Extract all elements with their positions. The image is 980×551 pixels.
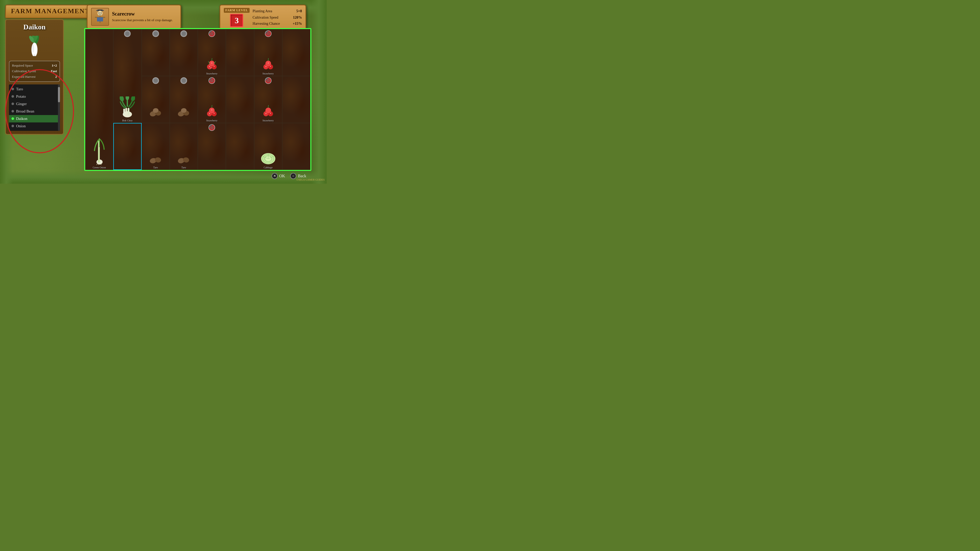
farm-cell-3-4[interactable]: Taro: [170, 123, 198, 170]
farm-cell-2-6[interactable]: [226, 76, 254, 123]
o-button-icon: ○: [290, 173, 296, 179]
timer-3-5: [208, 124, 215, 131]
watermark: ©SEGA GAMER GUIDES: [296, 178, 325, 181]
farm-stat-harvest-value: +15%: [293, 21, 302, 26]
back-label: Back: [298, 174, 306, 178]
dot-potato: [11, 95, 14, 98]
farm-level-panel: FARM LEVEL 3 Planting Area 5×8 Cultivati…: [220, 5, 306, 30]
svg-point-22: [120, 97, 124, 102]
farm-cell-2-7[interactable]: Strawberry: [254, 76, 282, 123]
farm-cell-1-7[interactable]: Strawberry: [254, 29, 282, 76]
green-onion-icon: [92, 137, 107, 165]
farm-grid-container: Green Onion Bok C: [84, 28, 311, 171]
farm-stat-planting-label: Planting Area: [253, 9, 272, 14]
svg-point-54: [270, 113, 271, 114]
svg-point-35: [266, 66, 266, 67]
strawberry-icon-2-7: [261, 104, 275, 118]
svg-point-49: [212, 110, 212, 110]
farm-cell-3-5[interactable]: [198, 123, 226, 170]
dot-daikon: [11, 118, 14, 120]
expected-harvest-label: Expected Harvest: [12, 75, 35, 79]
cabbage-label: Cabbage: [255, 166, 282, 169]
farm-cell-3-6[interactable]: [226, 123, 254, 170]
svg-point-52: [266, 108, 271, 113]
timer-1-2: [124, 30, 130, 37]
required-space-label: Required Space: [12, 63, 33, 68]
crop-list-item-daikon[interactable]: Daikon: [9, 115, 60, 122]
strawberry-label-2-5: Strawberry: [198, 119, 226, 122]
farm-cell-3-7[interactable]: Cabbage: [254, 123, 282, 170]
ok-label: OK: [279, 174, 285, 178]
farm-cell-1-3[interactable]: [142, 29, 170, 76]
crop-list-label-daikon: Daikon: [16, 117, 27, 121]
farm-title-text: FARM MANAGEMENT: [11, 7, 90, 15]
required-space-value: 1×2: [52, 63, 57, 68]
farm-cell-1-8[interactable]: [282, 29, 310, 76]
timer-1-5: [208, 30, 215, 37]
svg-point-12: [100, 13, 102, 14]
expected-harvest-value: 2: [56, 75, 57, 79]
crop-list[interactable]: Taro Potato Ginger Broad Bean Daikon Oni…: [9, 84, 60, 131]
svg-point-53: [266, 113, 266, 114]
farm-stat-cultivation-label: Cultivation Speed: [253, 15, 278, 20]
cabbage-icon: [260, 150, 277, 165]
svg-point-29: [211, 67, 212, 68]
scarecrow-panel: Scarecrow Scarecrow that prevents a bit …: [87, 5, 181, 29]
crop-list-item-ginger[interactable]: Ginger: [9, 100, 60, 108]
cultivation-speed-label: Cultivation Speed: [12, 69, 36, 73]
timer-2-5: [208, 77, 215, 84]
strawberry-icon-1-7: [261, 57, 275, 71]
farm-cell-3-2[interactable]: [113, 123, 142, 170]
timer-2-3: [152, 77, 159, 84]
taro-icon-3-4: [177, 154, 191, 165]
farm-cell-1-6[interactable]: [226, 29, 254, 76]
farm-level-label: FARM LEVEL: [224, 8, 250, 13]
crop-list-item-potato[interactable]: Potato: [9, 93, 60, 100]
svg-point-23: [130, 97, 135, 102]
farm-cell-2-3[interactable]: [142, 76, 170, 123]
farm-cell-1-1[interactable]: Green Onion: [85, 29, 113, 170]
crop-list-item-onion[interactable]: Onion: [9, 122, 60, 130]
cultivation-speed-value: Fast: [51, 69, 57, 73]
strawberry-label-1-5: Strawberry: [198, 72, 226, 75]
crop-list-scrollbar[interactable]: [58, 84, 60, 131]
farm-cell-2-8[interactable]: [282, 76, 310, 123]
farm-stat-cultivation-value: 120%: [293, 15, 302, 20]
scarecrow-icon-box: [91, 8, 109, 26]
taro-label-3-4: Taro: [170, 166, 197, 169]
farm-stat-harvest: Harvesting Chance +15%: [253, 21, 302, 26]
timer-1-7: [265, 30, 272, 37]
crop-list-item-broad-bean[interactable]: Broad Bean: [9, 108, 60, 115]
farm-stats: Planting Area 5×8 Cultivation Speed 120%…: [253, 9, 302, 26]
farm-stat-planting: Planting Area 5×8: [253, 9, 302, 14]
farm-cell-2-5[interactable]: Strawberry: [198, 76, 226, 123]
scarecrow-text: Scarecrow Scarecrow that prevents a bit …: [112, 11, 173, 22]
daikon-icon: [19, 36, 50, 56]
farm-cell-1-4[interactable]: [170, 29, 198, 76]
crop-list-item-taro[interactable]: Taro: [9, 86, 60, 93]
farm-stat-cultivation: Cultivation Speed 120%: [253, 15, 302, 20]
crop-list-scrollthumb: [58, 87, 60, 102]
farm-cell-3-3[interactable]: Taro: [142, 123, 170, 170]
farm-cell-1-2[interactable]: Bok Choy: [113, 29, 142, 123]
grass-right: [311, 0, 327, 184]
svg-point-47: [209, 113, 210, 114]
crop-list-label-onion: Onion: [16, 124, 26, 128]
farm-cell-3-8[interactable]: [282, 123, 310, 170]
scarecrow-name: Scarecrow: [112, 11, 173, 17]
svg-point-36: [270, 66, 271, 67]
crop-list-label-taro: Taro: [16, 87, 23, 91]
bok-choy-label: Bok Choy: [114, 119, 141, 122]
crop-list-label-broad-bean: Broad Bean: [16, 109, 34, 114]
farm-cell-1-5[interactable]: Strawberry: [198, 29, 226, 76]
strawberry-label-1-7: Strawberry: [255, 72, 282, 75]
dot-ginger: [11, 103, 14, 105]
crop-list-label-ginger: Ginger: [16, 102, 27, 106]
strawberry-icon-1-5: [204, 57, 219, 71]
farm-cell-2-4[interactable]: [170, 76, 198, 123]
timer-2-7: [265, 77, 272, 84]
farm-level-number: 3: [230, 14, 243, 27]
crop-image-area: [9, 33, 60, 59]
farm-level-badge: FARM LEVEL 3: [224, 8, 250, 27]
ok-button[interactable]: ✕ OK: [272, 173, 285, 179]
